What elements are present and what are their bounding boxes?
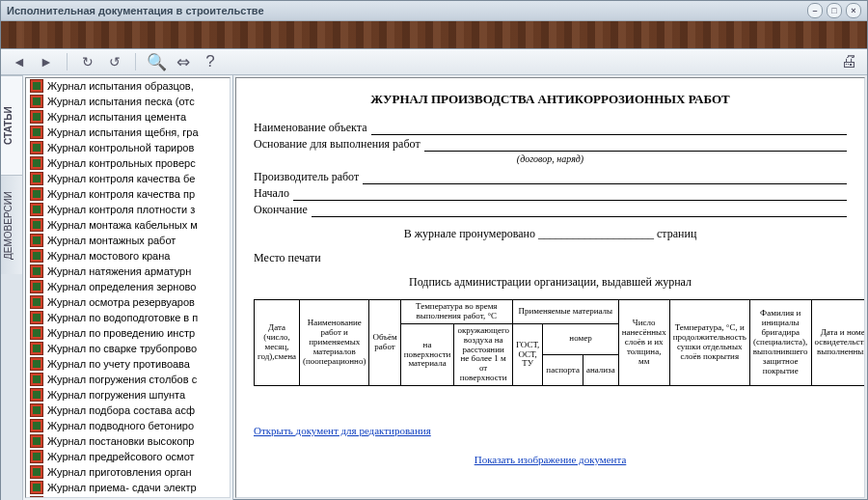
- left-panel: СТАТЬИ ДЕМОВЕРСИИ Журнал испытания образ…: [1, 75, 233, 500]
- printer-icon: 🖨: [841, 52, 857, 71]
- document-icon: [30, 156, 43, 170]
- tree-item[interactable]: Журнал контроля плотности з: [26, 202, 230, 217]
- tree-item-label: Журнал испытания цемента: [47, 110, 186, 124]
- link-show-image[interactable]: Показать изображение документа: [475, 454, 627, 465]
- tree-item[interactable]: Журнал мостового крана: [26, 248, 230, 264]
- th-passport: паспорта: [543, 354, 583, 385]
- journal-table: Дата (число, месяц, год),смена Наименова…: [254, 299, 865, 386]
- tree-item[interactable]: Журнал контрольных проверс: [26, 155, 230, 171]
- pages-line: В журнале пронумеровано ________________…: [254, 227, 847, 241]
- document-icon: [30, 388, 43, 402]
- document-icon: [30, 403, 43, 417]
- tree-item-label: Журнал натяжения арматурн: [47, 264, 191, 278]
- tree-item[interactable]: Журнал определения зерново: [26, 279, 230, 294]
- tree-item-label: Журнал погружения шпунта: [47, 388, 185, 402]
- close-icon[interactable]: ×: [846, 3, 861, 18]
- tree-item-label: Журнал контроля качества бе: [47, 172, 195, 185]
- tree-item[interactable]: Журнал по проведению инстр: [26, 325, 230, 341]
- fit-width-icon: ⇔: [176, 52, 190, 72]
- tree-item-label: Журнал монтажа кабельных м: [47, 218, 198, 232]
- help-button[interactable]: ?: [200, 52, 221, 71]
- th-analysis: анализа: [583, 354, 618, 385]
- tree-item[interactable]: Журнал погружения шпунта: [26, 387, 230, 403]
- link-open-edit[interactable]: Открыть документ для редактирования: [254, 425, 431, 436]
- document-icon: [30, 357, 43, 371]
- tree-item-label: Журнал осмотра резервуаров: [47, 295, 195, 309]
- tree-item[interactable]: Журнал подбора состава асф: [26, 403, 230, 418]
- document-icon: [30, 218, 43, 232]
- question-icon: ?: [205, 52, 214, 71]
- tree-item[interactable]: Журнал контроля качества бе: [26, 171, 230, 186]
- nav-fwd-button[interactable]: ►: [36, 52, 57, 71]
- tree-item-label: Журнал подбора состава асф: [47, 403, 195, 417]
- tree-item[interactable]: Журнал испытания песка (отс: [26, 94, 230, 109]
- tree-item[interactable]: Журнал испытания цемента: [26, 109, 230, 125]
- tree-item[interactable]: Журнал по сварке трубопрово: [26, 341, 230, 356]
- tree-item[interactable]: Журнал постановки высокопр: [26, 433, 230, 449]
- tree-item[interactable]: Журнал приемки и осмотра ле: [26, 495, 230, 498]
- tree-item[interactable]: Журнал испытания щебня, гра: [26, 125, 230, 140]
- th-layers: Число нанесённых слоёв и их толщина, мм: [618, 300, 669, 386]
- tree-item[interactable]: Журнал предрейсового осмот: [26, 449, 230, 464]
- th-materials: Применяемые материалы: [512, 300, 618, 324]
- fit-button[interactable]: ⇔: [173, 52, 194, 71]
- tree-item-label: Журнал по учету противоава: [47, 357, 190, 371]
- tree-item-label: Журнал контрольной тариров: [47, 141, 194, 154]
- tree-item-label: Журнал контроля плотности з: [47, 203, 195, 216]
- tree-item-label: Журнал определения зерново: [47, 280, 196, 293]
- tree-item-label: Журнал приготовления орган: [47, 465, 192, 479]
- document-icon: [30, 203, 43, 216]
- document-view[interactable]: ЖУРНАЛ ПРОИЗВОДСТВА АНТИКОРРОЗИОННЫХ РАБ…: [235, 77, 865, 498]
- sidetab-articles[interactable]: СТАТЬИ: [1, 75, 22, 175]
- th-act: Дата и номер акта освидетельствования вы…: [811, 300, 865, 386]
- magnifier-icon: 🔍: [147, 52, 167, 72]
- document-icon: [30, 496, 43, 498]
- th-temp: Температура во время выполнения работ, °…: [400, 300, 512, 324]
- zoom-button[interactable]: 🔍: [146, 52, 167, 71]
- maximize-icon[interactable]: □: [827, 3, 842, 18]
- refresh-icon: ↻: [82, 54, 94, 69]
- refresh2-button[interactable]: ↺: [104, 52, 125, 71]
- th-temp-air: окружающего воздуха на расстоянии не бол…: [454, 323, 512, 385]
- arrow-right-icon: ►: [40, 54, 53, 69]
- refresh2-icon: ↺: [109, 54, 121, 69]
- minimize-icon[interactable]: –: [807, 3, 823, 18]
- tree-item-label: Журнал постановки высокопр: [47, 434, 194, 448]
- document-icon: [30, 295, 43, 309]
- tree-item[interactable]: Журнал испытания образцов,: [26, 78, 230, 94]
- tree-item[interactable]: Журнал монтажа кабельных м: [26, 217, 230, 233]
- tree-item[interactable]: Журнал погружения столбов с: [26, 372, 230, 387]
- tree-item[interactable]: Журнал контроля качества пр: [26, 186, 230, 202]
- tree-item-label: Журнал мостового крана: [47, 249, 170, 263]
- app-window: Исполнительная документация в строительс…: [0, 0, 868, 500]
- document-tree[interactable]: Журнал испытания образцов,Журнал испытан…: [25, 77, 231, 498]
- document-icon: [30, 450, 43, 463]
- toolbar: ◄ ► ↻ ↺ 🔍 ⇔ ? 🖨: [1, 49, 867, 75]
- tree-item[interactable]: Журнал контрольной тариров: [26, 140, 230, 155]
- tree-item-label: Журнал монтажных работ: [47, 234, 176, 247]
- tree-item-label: Журнал по водоподготовке в п: [47, 311, 198, 324]
- tree-item[interactable]: Журнал натяжения арматурн: [26, 264, 230, 279]
- tree-item-label: Журнал по проведению инстр: [47, 326, 195, 340]
- tree-item[interactable]: Журнал подводного бетониро: [26, 418, 230, 433]
- label-start: Начало: [254, 186, 289, 201]
- tree-item[interactable]: Журнал по учету противоава: [26, 356, 230, 372]
- nav-back-button[interactable]: ◄: [9, 52, 30, 71]
- tree-item-label: Журнал испытания образцов,: [47, 79, 194, 93]
- tree-item[interactable]: Журнал приготовления орган: [26, 464, 230, 480]
- print-button[interactable]: 🖨: [838, 52, 859, 71]
- document-icon: [30, 110, 43, 124]
- tree-item-label: Журнал контроля качества пр: [47, 187, 195, 201]
- tree-item[interactable]: Журнал по водоподготовке в п: [26, 310, 230, 325]
- document-icon: [30, 95, 43, 108]
- tree-item-label: Журнал испытания щебня, гра: [47, 125, 199, 139]
- document-icon: [30, 342, 43, 355]
- document-icon: [30, 141, 43, 154]
- sidetab-demo[interactable]: ДЕМОВЕРСИИ: [1, 175, 22, 274]
- tree-item[interactable]: Журнал монтажных работ: [26, 233, 230, 248]
- th-number: номер: [543, 323, 618, 354]
- label-producer: Производитель работ: [254, 170, 359, 184]
- tree-item[interactable]: Журнал осмотра резервуаров: [26, 294, 230, 310]
- tree-item[interactable]: Журнал приема- сдачи электр: [26, 480, 230, 495]
- refresh-button[interactable]: ↻: [77, 52, 98, 71]
